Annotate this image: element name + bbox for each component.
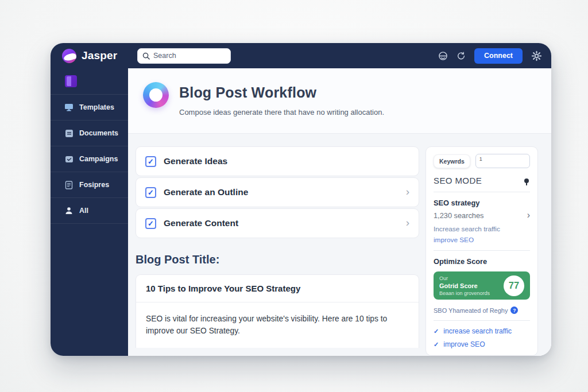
step-label: Generate an Outline <box>164 187 248 197</box>
strategy-link-improve-seo[interactable]: improve SEO <box>434 236 530 244</box>
sidebar-item-label: Templates <box>79 103 114 111</box>
strategy-link-increase-traffic[interactable]: Increase search traffic <box>434 225 530 233</box>
score-value-badge: 77 <box>504 275 524 296</box>
step-generate-ideas[interactable]: ✓ Generate Ideas <box>136 146 419 176</box>
search-input[interactable] <box>153 52 226 60</box>
sidebar-item-fosipres[interactable]: Fosipres <box>51 172 128 198</box>
page-header: Blog Post Workflow Compose ideas generat… <box>128 68 551 134</box>
purple-book-icon <box>65 75 77 87</box>
chevron-right-icon[interactable]: › <box>527 211 530 220</box>
seo-panel-card: Keywrds SEO MODE SEO strategy 1,230 sear… <box>425 146 538 356</box>
chevron-right-icon[interactable]: › <box>406 217 409 230</box>
pin-icon[interactable] <box>524 178 529 183</box>
topbar-actions: Connect <box>438 48 551 64</box>
app-window: Jasper <box>51 43 551 356</box>
optimize-score-label: Optimize Score <box>434 257 530 266</box>
mail-icon <box>64 156 74 163</box>
blog-body-text[interactable]: SEO is vital for increasing your website… <box>136 302 419 348</box>
sidebar-item-campaigns[interactable]: Campaigns <box>51 146 128 172</box>
divider <box>434 192 530 192</box>
step-generate-content[interactable]: ✓ Generate Content › <box>136 208 419 238</box>
gear-icon[interactable] <box>531 51 542 61</box>
step-label: Generate Content <box>164 218 238 228</box>
news-icon <box>64 181 74 189</box>
globe-icon[interactable] <box>438 51 448 61</box>
connect-button[interactable]: Connect <box>474 48 523 64</box>
checkbox-checked[interactable]: ✓ <box>145 156 156 167</box>
redo-icon[interactable] <box>457 51 466 60</box>
suggestion-label: increase search traffic <box>443 327 512 335</box>
page-background: Jasper <box>0 0 588 392</box>
monitor-icon <box>64 103 74 111</box>
search-box[interactable] <box>137 48 231 64</box>
score-line-2: Gotrid Score <box>439 282 490 289</box>
threshold-row: SBO Yhameated of Reghy ? <box>434 306 530 314</box>
sidebar-app-icon[interactable] <box>51 68 128 95</box>
page-title: Blog Post Workflow <box>179 82 384 101</box>
workflow-ring-icon <box>143 82 169 108</box>
page-subtitle: Compose ideas generate there that have n… <box>179 108 384 117</box>
blog-post-title-heading: Blog Post Title: <box>136 253 419 266</box>
jasper-brand[interactable]: Jasper <box>51 49 128 63</box>
user-icon <box>64 207 74 215</box>
chevron-right-icon[interactable]: › <box>406 186 409 199</box>
threshold-text: SBO Yhameated of Reghy <box>434 307 508 314</box>
suggestion-label: improve SEO <box>443 340 485 348</box>
seo-strategy-title: SEO strategy <box>434 199 530 207</box>
optimize-score-card[interactable]: Our Gotrid Score Beaan ion grovenords 77 <box>434 271 530 300</box>
sidebar-item-label: Campaigns <box>79 155 118 163</box>
sidebar-item-label: All <box>79 207 88 215</box>
sidebar-item-label: Documents <box>79 129 118 137</box>
step-generate-outline[interactable]: ✓ Generate an Outline › <box>136 177 419 207</box>
document-icon <box>64 129 74 138</box>
search-icon <box>142 52 150 60</box>
suggestion-improve-seo[interactable]: ✓ improve SEO <box>434 340 530 348</box>
sidebar-item-label: Fosipres <box>79 181 109 189</box>
divider <box>434 250 530 251</box>
content-area: ✓ Generate Ideas ✓ Generate an Outline ›… <box>128 134 551 356</box>
top-bar: Jasper <box>51 43 551 68</box>
jasper-logo-icon <box>62 49 76 63</box>
step-label: Generate Ideas <box>164 156 227 166</box>
keywords-chip[interactable]: Keywrds <box>434 154 470 168</box>
score-line-3: Beaan ion grovenords <box>439 290 490 296</box>
divider <box>434 320 530 321</box>
info-icon[interactable]: ? <box>510 306 518 314</box>
score-line-1: Our <box>439 275 490 281</box>
sidebar-item-templates[interactable]: Templates <box>51 95 128 121</box>
main-content: Blog Post Workflow Compose ideas generat… <box>128 68 551 356</box>
searches-row[interactable]: 1,230 searches › <box>434 211 530 220</box>
brand-name: Jasper <box>82 49 117 62</box>
seo-panel-column: Keywrds SEO MODE SEO strategy 1,230 sear… <box>425 146 538 356</box>
checkbox-checked[interactable]: ✓ <box>145 218 156 229</box>
blog-title-value[interactable]: 10 Tips to Improve Your SEO Strategy <box>136 275 419 302</box>
searches-count: 1,230 searches <box>434 211 484 220</box>
suggestion-increase-traffic[interactable]: ✓ increase search traffic <box>434 327 530 335</box>
score-card-text: Our Gotrid Score Beaan ion grovenords <box>439 275 490 296</box>
seo-mode-label: SEO MODE <box>434 176 482 185</box>
check-icon: ✓ <box>434 328 439 335</box>
keywords-row: Keywrds <box>434 154 530 168</box>
blog-post-editor-card: 10 Tips to Improve Your SEO Strategy SEO… <box>136 274 419 348</box>
sidebar-item-all[interactable]: All <box>51 198 128 224</box>
check-icon: ✓ <box>434 341 439 348</box>
sidebar-item-documents[interactable]: Documents <box>51 121 128 146</box>
workflow-column: ✓ Generate Ideas ✓ Generate an Outline ›… <box>136 146 419 356</box>
checkbox-checked[interactable]: ✓ <box>145 187 156 198</box>
keywords-input[interactable] <box>475 154 530 168</box>
seo-mode-row[interactable]: SEO MODE <box>434 176 530 185</box>
sidebar: Templates Documents <box>51 68 128 356</box>
